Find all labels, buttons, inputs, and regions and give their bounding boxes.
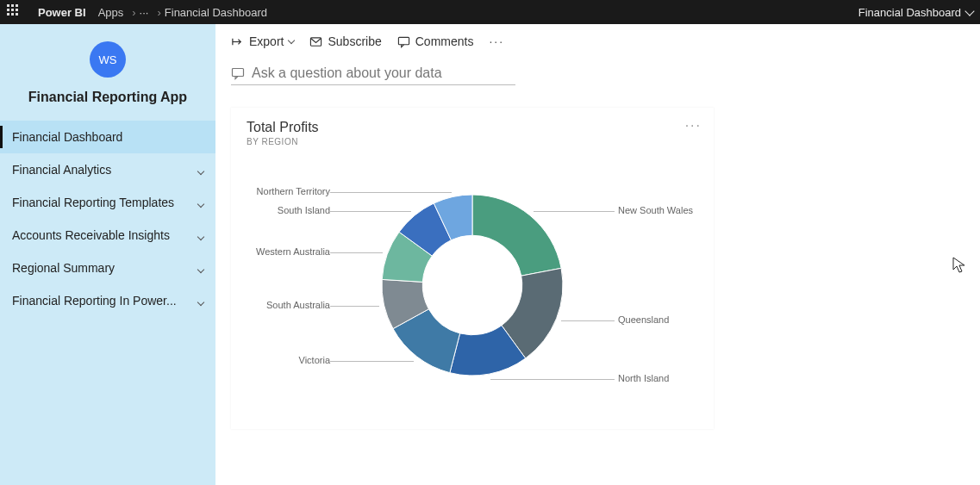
avatar-initials: WS: [99, 53, 117, 66]
sidebar-item-label: Accounts Receivable Insights: [12, 228, 198, 242]
brand-label: Power BI: [38, 6, 86, 19]
export-button[interactable]: Export: [231, 34, 294, 48]
subscribe-button[interactable]: Subscribe: [309, 34, 381, 48]
sidebar-item-label: Financial Reporting In Power...: [12, 294, 198, 308]
chevron-down-icon: [198, 261, 203, 275]
card-subtitle: BY REGION: [247, 137, 698, 146]
chart-slice-label: North Island: [618, 373, 669, 383]
chart-slice-label: South Island: [278, 205, 330, 215]
breadcrumb-ellipsis[interactable]: ···: [140, 6, 149, 19]
qna-placeholder: Ask a question about your data: [252, 65, 442, 81]
export-label: Export: [249, 34, 284, 48]
chart-slice[interactable]: [472, 195, 561, 276]
more-options-button[interactable]: ···: [489, 34, 504, 48]
chevron-down-icon: [198, 196, 203, 209]
report-toolbar: Export Subscribe Comments ···: [215, 24, 980, 59]
mail-icon: [309, 35, 322, 48]
breadcrumb-current: Financial Dashboard: [165, 6, 267, 19]
chart-slice-label: Queensland: [618, 314, 669, 325]
sidebar-item[interactable]: Regional Summary: [0, 252, 215, 284]
chart-card: Total Profits BY REGION ··· New South Wa…: [231, 108, 714, 429]
card-more-options[interactable]: ···: [685, 118, 702, 134]
svg-rect-2: [233, 69, 244, 77]
sidebar-item[interactable]: Accounts Receivable Insights: [0, 219, 215, 252]
app-title: Financial Reporting App: [0, 90, 215, 105]
content-area: Export Subscribe Comments ··· Ask a ques…: [215, 24, 980, 485]
comment-icon: [397, 35, 410, 48]
sidebar-item-label: Regional Summary: [12, 261, 198, 275]
avatar[interactable]: WS: [90, 41, 126, 78]
qna-input[interactable]: Ask a question about your data: [231, 62, 515, 85]
comments-label: Comments: [415, 34, 474, 48]
svg-rect-1: [398, 37, 409, 44]
sidebar-item[interactable]: Financial Analytics: [0, 153, 215, 186]
chat-icon: [231, 66, 245, 80]
sidebar-item[interactable]: Financial Dashboard: [0, 121, 215, 153]
chart-slice-label: New South Wales: [618, 205, 693, 215]
sidebar-item-label: Financial Dashboard: [12, 130, 203, 144]
sidebar-item-label: Financial Reporting Templates: [12, 196, 198, 209]
chevron-down-icon: [198, 228, 203, 242]
chevron-down-icon: [198, 163, 203, 177]
subscribe-label: Subscribe: [328, 34, 381, 48]
comments-button[interactable]: Comments: [397, 34, 474, 48]
app-launcher-icon[interactable]: [7, 4, 22, 20]
breadcrumb-separator: ›: [132, 6, 135, 19]
sidebar-item-label: Financial Analytics: [12, 163, 198, 177]
chevron-down-icon: [288, 36, 295, 43]
chart-slice-label: Victoria: [299, 355, 330, 365]
chart-slice-label: Northern Territory: [257, 186, 330, 196]
sidebar-item[interactable]: Financial Reporting Templates: [0, 186, 215, 219]
sidebar-item[interactable]: Financial Reporting In Power...: [0, 284, 215, 317]
sidebar: WS Financial Reporting App Financial Das…: [0, 24, 215, 485]
chevron-down-icon: [198, 294, 203, 308]
dashboard-dropdown-label: Financial Dashboard: [858, 6, 961, 19]
breadcrumb-separator: ›: [157, 6, 160, 19]
donut-chart[interactable]: New South WalesQueenslandNorth IslandVic…: [247, 152, 698, 410]
top-bar: Power BI Apps › ··· › Financial Dashboar…: [0, 0, 980, 24]
chart-slice-label: Western Australia: [256, 246, 330, 257]
card-title: Total Profits: [247, 120, 698, 135]
breadcrumb-apps[interactable]: Apps: [98, 6, 124, 19]
chevron-down-icon: [964, 6, 974, 16]
dashboard-dropdown[interactable]: Financial Dashboard: [858, 6, 973, 19]
chart-slice-label: South Australia: [266, 300, 330, 310]
export-icon: [231, 35, 244, 48]
